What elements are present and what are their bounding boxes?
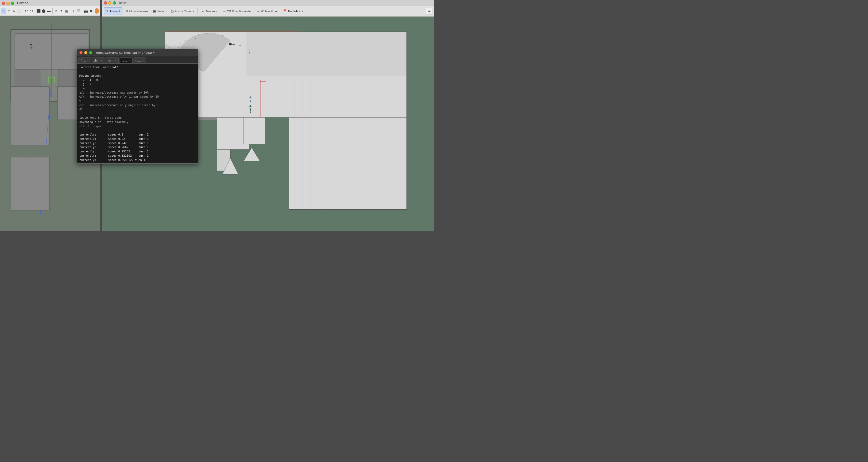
term-blank2	[80, 128, 196, 133]
gazebo-toolbar-sep4	[70, 8, 70, 13]
rviz-tool-select[interactable]: ▣ Select	[151, 7, 168, 15]
rviz-minimize-btn[interactable]	[108, 1, 112, 4]
gazebo-minimize-btn[interactable]	[6, 2, 10, 5]
term-status-5: currently: speed 0.322102 turn 1	[80, 154, 196, 158]
svg-rect-70	[244, 117, 265, 144]
rviz-maximize-btn[interactable]	[113, 1, 116, 4]
term-instr-5: CTRL-C to quit	[80, 124, 196, 128]
gazebo-tool-record[interactable]: ⏺	[89, 8, 93, 14]
interact-icon: ↖	[106, 9, 109, 13]
terminal-tab-3[interactable]: ru... ✕	[119, 57, 132, 63]
term-instr-2b: 0%	[80, 108, 196, 112]
gazebo-titlebar: Gazebo	[0, 0, 100, 6]
tab-3-close[interactable]: ✕	[128, 59, 130, 62]
svg-point-53	[198, 34, 199, 35]
term-keys-row2: j k l	[80, 82, 196, 86]
term-instr-1b: %	[80, 99, 196, 103]
terminal-tab-4[interactable]: ru... ✕	[133, 57, 147, 63]
gazebo-close-btn[interactable]	[2, 2, 5, 5]
svg-point-54	[206, 33, 207, 34]
term-status-4: currently: speed 0.29282 turn 1	[80, 149, 196, 154]
tab-0-label: /h...	[81, 59, 86, 62]
rviz-close-btn[interactable]	[104, 1, 107, 4]
rviz-tool-measure[interactable]: ↔ Measure	[199, 7, 220, 15]
terminal-maximize-btn[interactable]	[89, 51, 92, 54]
tab-0-close[interactable]: ✕	[87, 59, 89, 62]
svg-point-57	[195, 38, 196, 39]
terminal-title: rumalsa@rumalsa-ThinkPad-P40-Yoga: ~	[96, 51, 155, 55]
gazebo-tool-undo[interactable]: ↩	[24, 8, 29, 14]
term-keys-row1: u i o	[80, 78, 196, 82]
gazebo-tool-sun[interactable]: ☀	[54, 8, 59, 14]
gazebo-tool-cylinder[interactable]: ▬	[47, 8, 52, 14]
measure-icon: ↔	[201, 9, 205, 13]
nav-goal-label: 2D Nav Goal	[260, 10, 277, 13]
focus-camera-icon: ◎	[171, 9, 174, 13]
terminal-body[interactable]: Control Your Turtlebot! ----------------…	[77, 64, 198, 163]
svg-point-61	[178, 47, 179, 48]
gazebo-tool-light[interactable]: ✦	[59, 8, 64, 14]
measure-label: Measure	[206, 10, 217, 13]
term-status-7: currently: speed 0.38974342 turn 1	[80, 162, 196, 163]
rviz-add-tool-btn[interactable]: +	[426, 8, 432, 15]
gazebo-tool-sphere[interactable]: ⬤	[41, 8, 46, 14]
svg-text:+: +	[248, 49, 250, 51]
gazebo-tool-rotate[interactable]: ↻	[12, 8, 17, 14]
tab-1-label: /h...	[94, 59, 99, 62]
terminal-tabs: /h... ✕ /h... ✕ ru... ✕ ru... ✕ ru... ✕ …	[77, 56, 198, 64]
terminal-tab-0[interactable]: /h... ✕	[78, 57, 91, 63]
svg-rect-13	[11, 87, 50, 145]
term-instr-3: space key, k : force stop	[80, 116, 196, 120]
gazebo-tool-scale[interactable]: ⬜	[17, 8, 22, 14]
rviz-tool-sep1	[197, 8, 198, 15]
term-status-6: currently: speed 0.3543122 turn 1	[80, 158, 196, 162]
terminal-tab-2[interactable]: ru... ✕	[105, 57, 119, 63]
svg-point-60	[181, 43, 182, 44]
terminal-close-btn[interactable]	[80, 51, 83, 54]
term-status-0: currently: speed 0.2 turn 1	[80, 133, 196, 137]
svg-rect-37	[289, 76, 407, 210]
rviz-tool-interact[interactable]: ↖ Interact	[104, 7, 122, 15]
rviz-tool-pose-estimate[interactable]: → 2D Pose Estimate	[220, 7, 253, 15]
svg-point-56	[222, 35, 223, 36]
term-header: Control Your Turtlebot!	[80, 65, 196, 69]
gazebo-maximize-btn[interactable]	[11, 2, 14, 5]
rviz-tool-focus-camera[interactable]: ◎ Focus Camera	[168, 7, 196, 15]
svg-point-59	[185, 40, 185, 41]
term-status-2: currently: speed 0.242 turn 1	[80, 141, 196, 145]
terminal-minimize-btn[interactable]	[84, 51, 87, 54]
gazebo-tool-select[interactable]: ↖	[1, 8, 6, 14]
term-instr-4: anything else : stop smoothly	[80, 120, 196, 124]
gazebo-tool-redo[interactable]: ↪	[29, 8, 34, 14]
rviz-tool-publish-point[interactable]: 📍 Publish Point	[280, 7, 308, 15]
rviz-tool-nav-goal[interactable]: → 2D Nav Goal	[254, 7, 280, 15]
terminal-add-tab-btn[interactable]: +	[147, 58, 153, 63]
term-instr-2: e/c : increase/decrease only angular spe…	[80, 103, 196, 108]
gazebo-tool-cube[interactable]: ⬛	[36, 8, 41, 14]
terminal-window: rumalsa@rumalsa-ThinkPad-P40-Yoga: ~ /h.…	[77, 49, 198, 164]
svg-rect-25	[246, 32, 407, 76]
tab-4-label: ru...	[135, 59, 141, 62]
terminal-tab-1[interactable]: /h... ✕	[92, 57, 105, 63]
term-status-3: currently: speed 0.2662 turn 1	[80, 145, 196, 149]
tab-3-label: ru...	[122, 59, 127, 62]
gazebo-tool-snap[interactable]: ⌖	[71, 8, 76, 14]
gazebo-tool-move[interactable]: ✛	[7, 8, 11, 14]
gazebo-tool-extra[interactable]	[95, 8, 99, 13]
svg-text:⊕: ⊕	[249, 52, 250, 54]
gazebo-tool-align[interactable]: ☰	[76, 8, 81, 14]
rviz-title: RViz*	[119, 1, 127, 4]
nav-goal-icon: →	[256, 9, 259, 13]
gazebo-tool-grid[interactable]: ▦	[64, 8, 69, 14]
tab-4-close[interactable]: ✕	[142, 59, 144, 62]
svg-point-58	[201, 37, 202, 38]
tab-1-close[interactable]: ✕	[100, 59, 103, 62]
publish-point-label: Publish Point	[288, 10, 305, 13]
gazebo-tool-camera[interactable]: 📷	[83, 8, 88, 14]
rviz-titlebar: RViz*	[102, 0, 434, 6]
rviz-tool-move-camera[interactable]: ⊕ Move Camera	[123, 7, 150, 15]
term-instr-1: w/x : increase/decrease only linear spee…	[80, 95, 196, 99]
move-camera-icon: ⊕	[125, 9, 128, 13]
tab-2-close[interactable]: ✕	[114, 59, 117, 62]
focus-camera-label: Focus Camera	[175, 10, 194, 13]
